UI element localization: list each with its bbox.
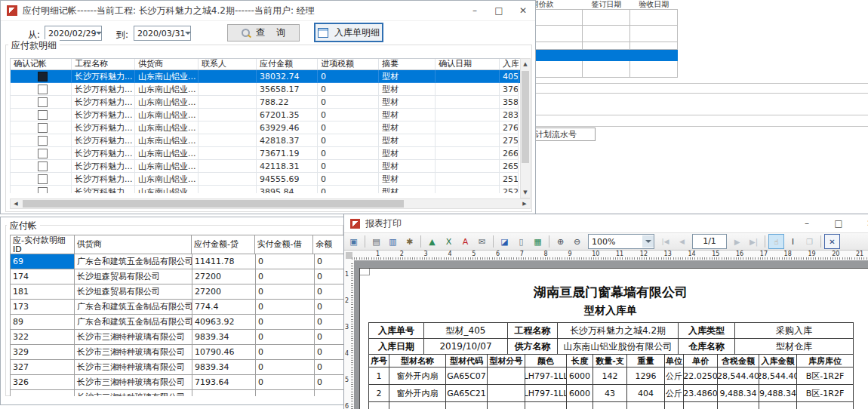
column-header[interactable]: 余额: [313, 235, 346, 254]
column-header[interactable]: 确认日期: [436, 59, 500, 69]
confirm-date-cell: [436, 83, 500, 96]
excel-export-icon[interactable]: X: [441, 234, 457, 249]
entry-detail-button[interactable]: 入库单明细: [314, 23, 383, 42]
document-icon[interactable]: ▯: [513, 234, 529, 249]
column-header[interactable]: 工程名称: [72, 59, 135, 69]
table-row[interactable]: 长沙市三湘特种玻璃有限公司: [11, 390, 348, 396]
scroll-down-icon[interactable]: ▼: [521, 187, 530, 198]
report-view-icon[interactable]: ▣: [346, 234, 362, 249]
zoom-in-icon[interactable]: ⊕: [553, 234, 568, 249]
table-row[interactable]: 长沙万科魅力... 山东南山铝业... 42818.37 0 型材 275: [11, 134, 521, 147]
confirm-checkbox[interactable]: [38, 161, 48, 171]
hand-tool-icon[interactable]: ☝: [768, 234, 784, 249]
query-button[interactable]: 查 询: [227, 24, 300, 42]
confirm-checkbox[interactable]: [38, 123, 48, 133]
export-icon[interactable]: ▲: [424, 234, 440, 249]
column-header[interactable]: 应付金额: [257, 59, 318, 69]
toolbar-icon[interactable]: [418, 234, 423, 249]
confirm-checkbox[interactable]: [38, 136, 48, 146]
column-header[interactable]: 入库: [500, 59, 519, 69]
column-header[interactable]: 供货商: [75, 235, 192, 254]
confirm-checkbox[interactable]: [38, 97, 48, 107]
toolbar-icon[interactable]: [818, 234, 823, 249]
pdf-export-icon[interactable]: A: [457, 234, 473, 249]
grid-icon[interactable]: ▦: [530, 234, 546, 249]
close-button[interactable]: ✕: [859, 214, 868, 232]
page-number-input[interactable]: 1/1: [692, 234, 727, 249]
table-row[interactable]: 174 长沙坦森贸易有限公司 27200 0 0: [11, 269, 348, 284]
confirm-checkbox[interactable]: [38, 174, 48, 184]
scroll-up-icon[interactable]: ▲: [521, 59, 530, 69]
column-header[interactable]: 实付金额-借: [255, 235, 314, 254]
table-row[interactable]: 长沙万科魅力... 山东南山铝业... 73671.19 0 型材 266: [11, 147, 521, 160]
book-preview-icon[interactable]: ▥: [385, 234, 401, 249]
toolbar-icon[interactable]: [491, 234, 496, 249]
next-page-icon[interactable]: ▶: [729, 234, 745, 249]
table-row[interactable]: 长沙万科魅力... 山东南山铝业... 35658.17 0 型材 376: [11, 83, 521, 96]
copy-page-icon[interactable]: ❐: [802, 234, 817, 249]
table-row[interactable]: 69 广东合和建筑五金制品有限公司 11411.78 0 0: [11, 254, 348, 269]
page-setup-icon[interactable]: ✱: [402, 234, 417, 249]
close-preview-icon[interactable]: ✕: [824, 234, 840, 249]
scroll-right-icon[interactable]: ▶: [519, 199, 530, 208]
text-select-icon[interactable]: I: [785, 234, 801, 249]
table-row[interactable]: 长沙万科魅力... 山东南山铝业... 63929.46 0 型材 276: [11, 121, 521, 134]
to-date-select[interactable]: 2020/03/31: [134, 26, 191, 41]
first-page-icon[interactable]: |◀: [657, 234, 673, 249]
confirm-checkbox[interactable]: [38, 72, 48, 81]
table-row[interactable]: 长沙万科魅力... 山东南山铝业... 94555.69 0 型材 251: [11, 173, 521, 186]
confirm-checkbox[interactable]: [38, 149, 48, 158]
report-preview-area[interactable]: 湖南亘晟门窗幕墙有限公司 型材入库单 入库单号 型材_405 工程名称 长沙万科…: [354, 260, 868, 409]
toolbar-icon[interactable]: [546, 234, 552, 249]
maximize-button[interactable]: □: [487, 1, 511, 20]
table-row[interactable]: 327 长沙市三湘特种玻璃有限公司 9839.34 0 0: [11, 360, 348, 375]
column-header[interactable]: 应付金额-贷: [192, 235, 255, 254]
minimize-button[interactable]: –: [463, 1, 487, 20]
table-row[interactable]: 181 长沙坦森贸易有限公司 27200 0 0: [11, 284, 348, 300]
vertical-scrollbar[interactable]: ▲ ▼: [520, 58, 531, 198]
column-header[interactable]: 联系人: [199, 59, 257, 69]
column-header[interactable]: 摘要: [379, 59, 436, 69]
close-button[interactable]: ✕: [511, 1, 535, 20]
table-row[interactable]: 长沙万科魅力... 山东南山铝业... 788.22 0 型材 358: [11, 96, 521, 109]
table-row[interactable]: 322 长沙市三湘特种玻璃有限公司 9839.34 0 0: [11, 330, 348, 345]
zoom-level-select[interactable]: 100%: [588, 234, 654, 249]
table-row[interactable]: 长沙万科魅力... 山东南山铝业... 42118.31 0 型材 265: [11, 160, 521, 173]
column-header[interactable]: 进项税额: [318, 59, 379, 69]
toolbar-icon[interactable]: [362, 234, 368, 249]
horizontal-scrollbar[interactable]: ◀ ▶: [10, 198, 531, 209]
toolbar-icon[interactable]: [762, 234, 768, 249]
scrollbar-thumb[interactable]: [23, 200, 404, 208]
table-row[interactable]: 长沙万科魅力... 山东南山铝业... 3895.84 0 型材 252: [11, 186, 521, 193]
table-row[interactable]: 329 长沙市三湘特种玻璃有限公司 10790.46 0 0: [11, 345, 348, 360]
confirm-date-cell: [436, 70, 500, 83]
mail-icon[interactable]: ✉: [474, 234, 490, 249]
table-row[interactable]: 326 长沙市三湘特种玻璃有限公司 7193.64 0 0: [11, 375, 348, 390]
panel-divider: [528, 126, 868, 127]
search-icon: [242, 29, 250, 37]
title-bar[interactable]: 应付明细记帐------当前工程: 长沙万科魅力之城4.2期------当前用户…: [1, 1, 535, 21]
save-icon[interactable]: ◪: [497, 234, 512, 249]
column-header[interactable]: 供货商: [135, 59, 199, 69]
confirm-checkbox[interactable]: [38, 187, 48, 193]
title-bar[interactable]: 报表打印: [344, 214, 868, 233]
table-row[interactable]: 89 广东合和建筑五金制品有限公司 40963.92 0 0: [11, 315, 348, 330]
ruler-number: 5: [345, 377, 349, 383]
confirm-checkbox[interactable]: [38, 110, 48, 120]
maximize-button[interactable]: □: [827, 214, 850, 232]
supplier-cell: 广东合和建筑五金制品有限公司: [75, 315, 192, 330]
prev-page-icon[interactable]: ◀: [674, 234, 690, 249]
column-header[interactable]: 应-实付款明细ID: [11, 235, 75, 254]
table-row[interactable]: 173 广东合和建筑五金制品有限公司 774.4 0 0: [11, 300, 348, 315]
zoom-out-icon[interactable]: ⊖: [569, 234, 585, 249]
column-header[interactable]: 确认记帐: [11, 59, 72, 69]
table-row[interactable]: 长沙万科魅力... 山东南山铝业... 38032.74 0 型材 405: [11, 70, 521, 83]
last-page-icon[interactable]: ▶|: [746, 234, 762, 249]
scroll-left-icon[interactable]: ◀: [11, 199, 21, 208]
print-icon[interactable]: ▤: [368, 234, 384, 249]
scrollbar-thumb[interactable]: [522, 71, 529, 163]
table-row[interactable]: 长沙万科魅力... 山东南山铝业... 67201.35 0 型材 283: [11, 109, 521, 121]
minimize-button[interactable]: –: [796, 214, 818, 232]
confirm-checkbox[interactable]: [38, 85, 48, 94]
from-date-select[interactable]: 2020/02/29: [45, 26, 102, 41]
